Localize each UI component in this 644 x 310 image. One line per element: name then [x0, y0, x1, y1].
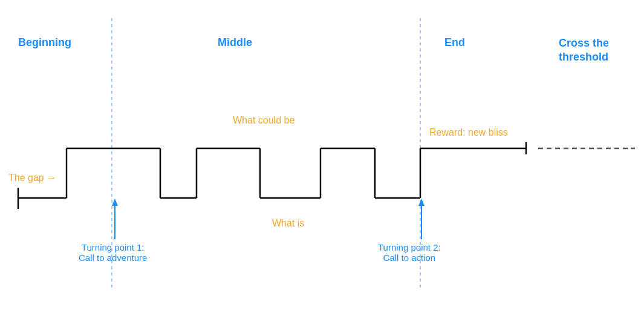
turning-point-1-label: Turning point 1:Call to adventure [79, 242, 147, 263]
what-could-be-label: What could be [233, 115, 294, 126]
beginning-label: Beginning [18, 36, 71, 49]
turning-point-2-label: Turning point 2:Call to action [378, 242, 441, 263]
what-is-label: What is [272, 218, 304, 229]
svg-marker-24 [418, 199, 424, 206]
middle-label: Middle [218, 36, 252, 49]
end-label: End [444, 36, 465, 49]
the-gap-label: The gap → [8, 173, 56, 183]
cross-threshold-label: Cross thethreshold [559, 36, 609, 65]
svg-marker-22 [112, 199, 118, 206]
reward-label: Reward: new bliss [429, 127, 508, 138]
